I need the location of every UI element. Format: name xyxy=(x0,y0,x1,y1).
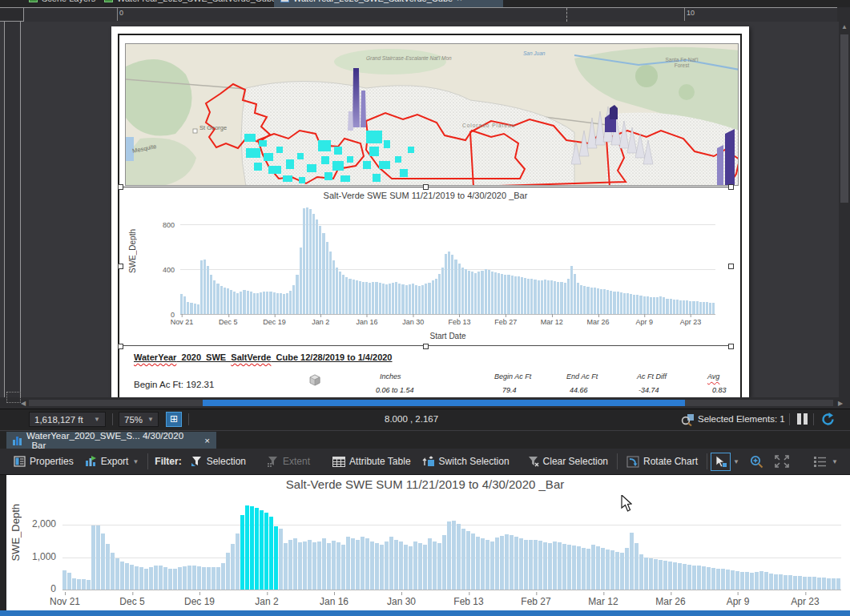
chart-bar[interactable] xyxy=(656,297,659,314)
chart-bar[interactable] xyxy=(269,292,272,314)
chart-bar[interactable] xyxy=(423,545,427,590)
chart-bar[interactable] xyxy=(192,566,196,590)
chart-bar[interactable] xyxy=(769,574,773,590)
chart-bar[interactable] xyxy=(679,300,682,314)
chart-bar[interactable] xyxy=(361,537,365,590)
chart-bar[interactable] xyxy=(468,271,470,314)
chart-bar[interactable] xyxy=(697,566,701,590)
chart-bar[interactable] xyxy=(501,274,503,314)
chart-bar[interactable] xyxy=(207,567,211,590)
chart-bar[interactable] xyxy=(382,284,385,314)
scale-dropdown[interactable]: 1,618,127 ft ▼ xyxy=(29,412,106,427)
chart-bar[interactable] xyxy=(236,533,240,590)
chart-bar[interactable] xyxy=(625,548,629,590)
chart-bar[interactable] xyxy=(668,562,672,590)
selection-handle[interactable] xyxy=(423,344,429,349)
chart-bar[interactable] xyxy=(591,545,595,590)
chart-bar[interactable] xyxy=(461,268,464,314)
chart-bar[interactable] xyxy=(309,209,312,314)
chart-bar[interactable] xyxy=(712,303,715,314)
chart-bar[interactable] xyxy=(256,293,259,314)
close-icon[interactable]: × xyxy=(204,436,210,445)
chart-bar[interactable] xyxy=(362,282,365,314)
chart-bar[interactable] xyxy=(101,533,105,590)
chart-bar[interactable] xyxy=(817,578,821,590)
filter-selection-button[interactable]: Selection xyxy=(185,451,252,472)
selection-handle[interactable] xyxy=(118,264,123,269)
chart-bar[interactable] xyxy=(505,534,509,590)
chart-bar[interactable] xyxy=(649,558,653,590)
chart-bar[interactable] xyxy=(418,543,422,590)
chart-bar[interactable] xyxy=(412,284,414,314)
chart-bar[interactable] xyxy=(678,563,682,590)
chart-bar[interactable] xyxy=(245,505,249,590)
tab-layout-wateryear-active[interactable]: WaterYear_2020_SWE_SaltVerde_Cube × xyxy=(274,0,503,7)
chart-bar[interactable] xyxy=(284,543,288,590)
chart-bar[interactable] xyxy=(326,242,328,314)
chart-bar[interactable] xyxy=(663,561,667,590)
chart-bar[interactable] xyxy=(385,542,389,590)
chart-bar[interactable] xyxy=(303,542,307,590)
chart-bar[interactable] xyxy=(250,506,254,590)
chart-bar[interactable] xyxy=(183,296,186,314)
chart-bar[interactable] xyxy=(699,302,702,314)
rotate-chart-button[interactable]: Rotate Chart xyxy=(621,451,703,472)
chart-bar[interactable] xyxy=(91,525,95,590)
layout-corner-widget[interactable] xyxy=(6,392,21,403)
chart-bar[interactable] xyxy=(452,521,456,590)
chart-bar[interactable] xyxy=(437,543,441,590)
chart-bar[interactable] xyxy=(111,553,115,590)
chart-bar[interactable] xyxy=(630,533,634,590)
chart-bar[interactable] xyxy=(207,266,209,314)
chart-bar[interactable] xyxy=(380,545,384,590)
chart-bar[interactable] xyxy=(306,207,308,314)
chart-bar[interactable] xyxy=(173,569,177,590)
chart-bar[interactable] xyxy=(603,289,606,314)
chart-bar[interactable] xyxy=(139,567,143,590)
chart-bar[interactable] xyxy=(570,266,573,314)
chart-bar[interactable] xyxy=(298,542,302,590)
chart-bar[interactable] xyxy=(617,292,619,314)
chart-bar[interactable] xyxy=(418,286,421,314)
chart-bar[interactable] xyxy=(359,281,361,314)
chart-bar[interactable] xyxy=(317,542,321,590)
chart-bar[interactable] xyxy=(538,541,542,590)
chart-bar[interactable] xyxy=(696,301,699,314)
chart-bar[interactable] xyxy=(210,275,212,314)
chart-bar[interactable] xyxy=(221,563,225,590)
chart-bar[interactable] xyxy=(213,280,216,314)
chart-bar[interactable] xyxy=(471,272,473,314)
chart-bar[interactable] xyxy=(144,569,148,590)
chart-bar[interactable] xyxy=(547,280,550,314)
chart-bar[interactable] xyxy=(264,513,268,590)
chart-bar[interactable] xyxy=(623,293,626,314)
chart-bar[interactable] xyxy=(498,273,500,314)
chart-bar[interactable] xyxy=(247,291,249,314)
chart-bar[interactable] xyxy=(255,508,259,590)
chart-bar[interactable] xyxy=(409,546,413,590)
chart-bar[interactable] xyxy=(692,566,696,590)
chart-bar[interactable] xyxy=(577,283,579,314)
chart-bar[interactable] xyxy=(659,296,662,314)
chart-bar[interactable] xyxy=(365,282,368,314)
refresh-icon[interactable] xyxy=(820,412,836,427)
chart-bar[interactable] xyxy=(832,578,836,590)
chart-bar[interactable] xyxy=(395,282,397,314)
chart-bar[interactable] xyxy=(339,272,341,314)
chart-bar[interactable] xyxy=(692,301,695,314)
chart-bar[interactable] xyxy=(477,272,480,314)
chart-bar[interactable] xyxy=(149,567,153,590)
chart-bar[interactable] xyxy=(404,545,408,590)
chart-bar[interactable] xyxy=(567,279,570,314)
chart-bar[interactable] xyxy=(650,297,652,314)
chart-bar[interactable] xyxy=(398,284,401,314)
chart-bar[interactable] xyxy=(445,254,447,314)
chart-bar[interactable] xyxy=(494,272,497,314)
chart-bar[interactable] xyxy=(507,275,510,314)
chart-bar[interactable] xyxy=(125,563,129,590)
chart-bar[interactable] xyxy=(372,282,374,314)
chart-bar[interactable] xyxy=(399,542,403,590)
chart-bar[interactable] xyxy=(280,293,282,314)
zoom-dropdown[interactable]: 75% ▼ xyxy=(119,412,159,427)
chart-bar[interactable] xyxy=(159,566,163,590)
